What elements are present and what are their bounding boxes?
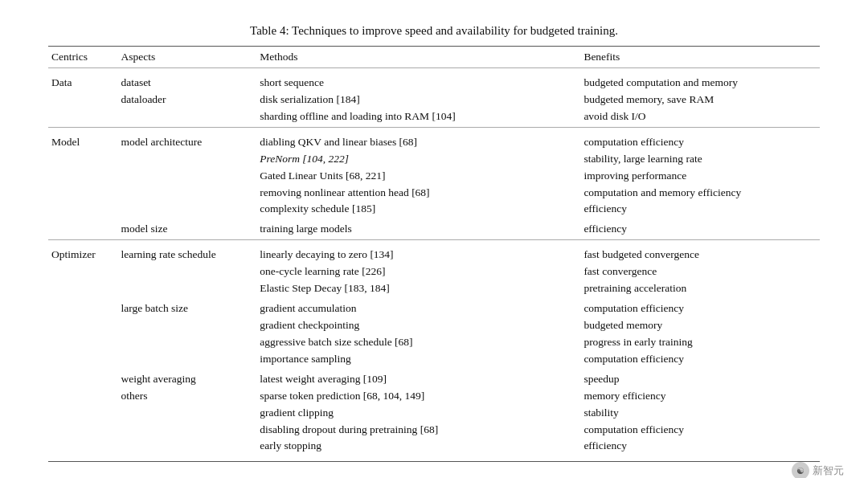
cell-centric: [48, 299, 117, 370]
cell-centric: Optimizer: [48, 240, 117, 299]
table-wrapper: Table 4: Techniques to improve speed and…: [48, 24, 820, 462]
cell-benefits: efficiency: [580, 219, 820, 239]
cell-centric: Model: [48, 127, 117, 219]
watermark: ☯ 新智元: [792, 462, 844, 478]
table-row: Modelmodel architecturediabling QKV and …: [48, 127, 820, 219]
table-caption: Table 4: Techniques to improve speed and…: [48, 24, 820, 38]
cell-aspect: learning rate schedule: [117, 240, 256, 299]
cell-benefits: computation efficiencybudgeted memorypro…: [580, 299, 820, 370]
table-row: Optimizerlearning rate schedulelinearly …: [48, 240, 820, 299]
cell-aspect: weight averagingothers: [117, 370, 256, 462]
cell-aspect: model architecture: [117, 127, 256, 219]
table-row: model sizetraining large modelsefficienc…: [48, 219, 820, 239]
cell-aspect: model size: [117, 219, 256, 239]
cell-methods: linearly decaying to zero [134]one-cycle…: [256, 240, 580, 299]
cell-benefits: fast budgeted convergencefast convergenc…: [580, 240, 820, 299]
header-centrics: Centrics: [48, 47, 117, 68]
cell-methods: gradient accumulationgradient checkpoint…: [256, 299, 580, 370]
header-aspects: Aspects: [117, 47, 256, 68]
cell-benefits: computation efficiencystability, large l…: [580, 127, 820, 219]
cell-centric: [48, 219, 117, 239]
header-row: Centrics Aspects Methods Benefits: [48, 47, 820, 68]
table-row: weight averagingotherslatest weight aver…: [48, 370, 820, 462]
cell-methods: diabling QKV and linear biases [68]PreNo…: [256, 127, 580, 219]
watermark-text: 新智元: [813, 464, 844, 478]
header-methods: Methods: [256, 47, 580, 68]
cell-centric: [48, 370, 117, 462]
page-container: Table 4: Techniques to improve speed and…: [0, 0, 868, 478]
cell-benefits: budgeted computation and memorybudgeted …: [580, 68, 820, 128]
watermark-icon: ☯: [792, 462, 809, 478]
cell-methods: latest weight averaging [109]sparse toke…: [256, 370, 580, 462]
main-table: Centrics Aspects Methods Benefits Datada…: [48, 46, 820, 462]
cell-aspect: datasetdataloader: [117, 68, 256, 128]
table-row: Datadatasetdataloadershort sequencedisk …: [48, 68, 820, 128]
header-benefits: Benefits: [580, 47, 820, 68]
cell-benefits: speedupmemory efficiencystabilitycomputa…: [580, 370, 820, 462]
cell-methods: short sequencedisk serialization [184]sh…: [256, 68, 580, 128]
cell-methods: training large models: [256, 219, 580, 239]
table-row: large batch sizegradient accumulationgra…: [48, 299, 820, 370]
cell-aspect: large batch size: [117, 299, 256, 370]
cell-centric: Data: [48, 68, 117, 128]
